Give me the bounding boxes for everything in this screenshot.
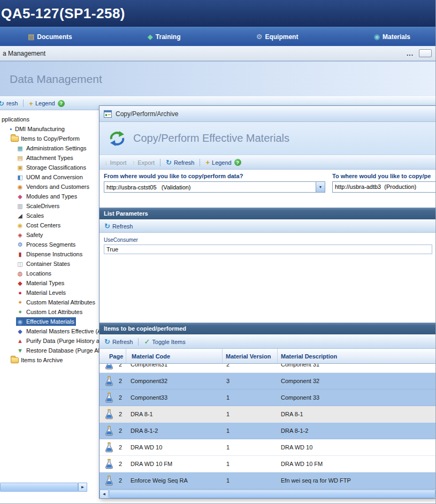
material-masters-icon: ◆ [16, 329, 24, 334]
folder-icon [11, 136, 19, 142]
nav-item[interactable]: ◆ Training [148, 33, 181, 41]
navigation-tree: pplications ▪ DMI Manufacturing Items to… [0, 110, 99, 504]
scales-icon: ◢ [16, 213, 24, 219]
tree-item[interactable]: ◆ Material Masters Effective (A [0, 326, 99, 336]
toolbar-separator [160, 159, 160, 166]
app-root: QA5-127(SP1-258) ▤ Documents ◆ Training … [0, 0, 436, 504]
tree-item[interactable]: ⚙ Process Segments [0, 240, 99, 249]
table-row[interactable]: 2 Component33 1 Component 33 [100, 390, 435, 406]
scrollbar-thumb[interactable] [0, 483, 78, 492]
toolbar-separator [200, 159, 200, 166]
tree-item[interactable]: ◍ Locations [0, 269, 99, 278]
overflow-dots[interactable]: ... [407, 50, 414, 57]
scale-drivers-icon: ▥ [16, 203, 24, 209]
flask-icon [104, 459, 114, 469]
tree-item[interactable]: ◢ Scales [0, 211, 99, 220]
export-button[interactable]: ↑ Export [129, 159, 157, 166]
dialog-titlebar[interactable]: Copy/Perform/Archive [100, 106, 435, 122]
refresh-button[interactable]: ↻ resh [0, 100, 20, 107]
tree-item[interactable]: ▼ Restore Database (Purge All [0, 346, 99, 355]
dispense-instructions-icon: ▮ [16, 251, 24, 257]
tree-folder-items-to-archive[interactable]: Items to Archive [0, 355, 99, 365]
tree-item[interactable]: ✦ Custom Lot Attributes [0, 307, 99, 317]
tree-item[interactable]: ◆ Material Types [0, 278, 99, 288]
tree-item[interactable]: ◈ Safety [0, 230, 99, 240]
effective-materials-icon: ◉ [16, 319, 24, 325]
column-header-material-code[interactable]: Material Code [126, 349, 223, 363]
tree-item[interactable]: ▦ Administration Settings [0, 143, 99, 153]
table-row[interactable]: 2 DRA 8-1-2 1 DRA 8-1-2 [100, 423, 435, 439]
source-target-fields: From where would you like to copy/perfor… [100, 170, 435, 208]
column-header-material-description[interactable]: Material Description [278, 349, 435, 363]
custom-lot-attributes-icon: ✦ [16, 309, 24, 315]
table-row[interactable]: 2 DRA 8-1 1 DRA 8-1 [100, 406, 435, 423]
nav-item[interactable]: ▤ Documents [28, 33, 72, 41]
toggle-items-button[interactable]: ✓ Toggle Items [141, 338, 188, 345]
locations-icon: ◍ [16, 271, 24, 277]
documents-icon: ▤ [28, 33, 34, 40]
help-icon[interactable]: ? [58, 100, 65, 107]
use-consumer-input[interactable] [104, 245, 432, 254]
refresh-icon: ↻ [104, 338, 110, 345]
modules-types-icon: ◆ [16, 194, 24, 200]
tree-root-applications[interactable]: pplications [0, 114, 99, 124]
dialog-header: Copy/Perform Effective Materials [100, 122, 435, 155]
tree-node-dmi-manufacturing[interactable]: ▪ DMI Manufacturing [0, 124, 99, 134]
tree-item[interactable]: ▤ Attachment Types [0, 153, 99, 163]
scrollbar-thumb[interactable] [109, 490, 435, 498]
material-types-icon: ◆ [16, 280, 24, 286]
tree-horizontal-scrollbar[interactable]: ► [0, 483, 87, 492]
flask-icon [104, 475, 114, 486]
tree-item[interactable]: ◉ Cost Centers [0, 220, 99, 230]
nav-item[interactable]: ◉ Materials [374, 33, 410, 41]
column-header-page[interactable]: Page [100, 349, 126, 363]
items-section-header: Items to be copied/performed [100, 323, 435, 334]
column-header-material-version[interactable]: Material Version [223, 349, 278, 363]
flask-icon [104, 392, 114, 403]
table-row[interactable]: 2 Component32 3 Component 32 [100, 373, 435, 390]
cost-centers-icon: ◉ [16, 223, 24, 228]
refresh-icon: ↻ [166, 159, 172, 166]
import-icon: ↓ [104, 159, 108, 166]
tree-item[interactable]: ✦ Custom Material Attributes [0, 297, 99, 307]
help-icon[interactable]: ? [234, 159, 241, 166]
refresh-button[interactable]: ↻ Refresh [102, 338, 135, 345]
from-combo[interactable]: http://usbra-cstst05 (Validation) ▼ [104, 181, 325, 193]
page-title: Data Management [10, 73, 102, 86]
tree-item[interactable]: ▣ Storage Classifications [0, 163, 99, 172]
tree-item[interactable]: ▥ ScaleDrivers [0, 201, 99, 211]
dropdown-button[interactable]: ▼ [316, 182, 325, 192]
copy-perform-dialog: Copy/Perform/Archive Copy/Perform Effect… [99, 105, 436, 499]
main-nav: ▤ Documents ◆ Training ⚙ Equipment ◉ Mat… [0, 27, 436, 46]
tree-item[interactable]: ● Material Levels [0, 288, 99, 297]
table-row[interactable]: 2 Enforce Weig Seq RA 1 Efn wei seq ra f… [100, 472, 435, 489]
tree-item[interactable]: ◫ Container States [0, 259, 99, 269]
to-field[interactable]: http://usbra-adtb3 (Production) [332, 181, 436, 193]
tree-item[interactable]: ◧ UOM and Conversion [0, 172, 99, 182]
restore-database-icon: ▼ [16, 348, 24, 354]
refresh-button[interactable]: ↻ Refresh [102, 223, 135, 230]
window-restore-button[interactable] [419, 49, 432, 57]
tree-item[interactable]: ◉ Effective Materials [0, 317, 99, 326]
parameters-area: UseConsumer [100, 233, 435, 323]
scroll-left-button[interactable]: ◄ [100, 490, 109, 499]
dialog-horizontal-scrollbar[interactable]: ◄ [100, 489, 435, 498]
scroll-right-button[interactable]: ► [78, 483, 87, 492]
table-row[interactable]: 2 DRA WD 10 FM 1 DRA WD 10 FM [100, 456, 435, 472]
refresh-button[interactable]: ↻ Refresh [163, 159, 197, 166]
table-row[interactable]: 2 Component31 2 Component 31 [100, 364, 435, 373]
list-parameters-toolbar: ↻ Refresh [100, 219, 435, 233]
window-strip: a Management ... [0, 46, 436, 61]
folder-icon [11, 357, 19, 363]
tree-item[interactable]: ◆ Modules and Types [0, 192, 99, 201]
tree-folder-items-to-copy[interactable]: Items to Copy/Perform [0, 134, 99, 143]
tree-item[interactable]: ▮ Dispense Instructions [0, 249, 99, 259]
legend-button[interactable]: + Legend [203, 159, 234, 166]
nav-item[interactable]: ⚙ Equipment [256, 33, 299, 41]
tree-item[interactable]: ◉ Vendors and Customers [0, 182, 99, 192]
legend-button[interactable]: + Legend [26, 100, 57, 107]
tree-item[interactable]: ▲ Purify Data (Purge History a [0, 336, 99, 346]
import-button[interactable]: ↓ Import [102, 159, 129, 166]
table-row[interactable]: 2 DRA WD 10 1 DRA WD 10 [100, 439, 435, 456]
toolbar-separator [23, 100, 24, 107]
